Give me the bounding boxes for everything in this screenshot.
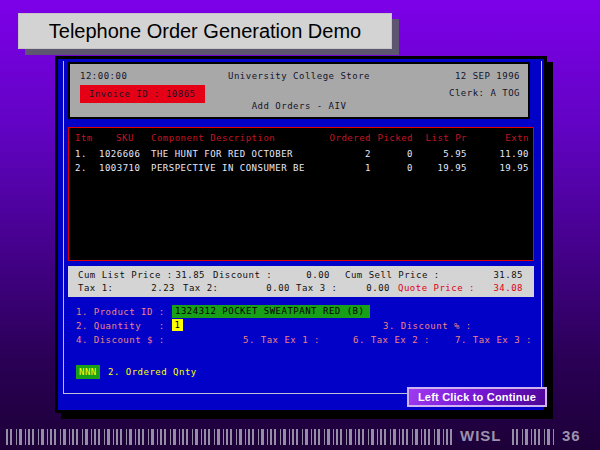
tax1-label: Tax 1: [78,282,114,294]
field-hint-text: 2. Ordered Qnty [108,366,197,378]
col-header-sku: SKU [99,132,151,144]
order-items-table: Itm SKU Component Description Ordered Pi… [68,127,534,261]
cell-sku: 1003710 [99,162,151,174]
clerk-label: Clerk: A TOG [449,87,520,99]
cell-description: THE HUNT FOR RED OCTOBER [151,148,327,160]
cell-description: PERSPECTIVE IN CONSUMER BE [151,162,327,174]
slide-title-bar: Telephone Order Generation Demo [18,13,392,49]
cell-extn: 19.95 [467,162,529,174]
slide: Telephone Order Generation Demo 12:00:00… [0,0,600,450]
quantity-field[interactable]: 1 [172,319,183,331]
cell-picked: 0 [371,148,413,160]
table-header-row: Itm SKU Component Description Ordered Pi… [69,132,533,144]
product-id-field[interactable]: 1324312 POCKET SWEATPANT RED (B) [172,305,370,318]
cell-sku: 1026606 [99,148,151,160]
col-header-picked: Picked [371,132,413,144]
totals-band: Cum List Price : 31.85 Discount : 0.00 C… [68,266,534,297]
col-header-itm: Itm [75,132,99,144]
discount-amount-label: 4. Discount $ : [76,334,165,346]
cell-list-pr: 19.95 [413,162,467,174]
barcode-decoration [6,429,454,445]
quote-price-value: 34.08 [461,282,523,294]
tax2-label: Tax 2: [183,282,219,294]
cell-ordered: 1 [327,162,371,174]
tax3-value: 0.00 [328,282,390,294]
tax1-value: 2.23 [113,282,175,294]
cell-itm: 2. [75,162,99,174]
cell-extn: 11.90 [467,148,529,160]
cell-itm: 1. [75,148,99,160]
terminal-screen: 12:00:00 University College Store 12 SEP… [55,56,547,413]
continue-button[interactable]: Left Click to Continue [407,387,547,407]
cum-sell-price-label: Cum Sell Price : [345,269,440,281]
col-header-ordered: Ordered [327,132,371,144]
cum-sell-price-value: 31.85 [461,269,523,281]
footer-brand: WISL [460,427,502,444]
continue-button-label: Left Click to Continue [418,391,536,403]
barcode-decoration [512,429,556,445]
product-id-label: 1. Product ID : [76,306,165,318]
discount-percent-label: 3. Discount % : [383,320,472,332]
cum-list-price-value: 31.85 [143,269,205,281]
slide-page-number: 36 [562,427,581,444]
cell-ordered: 2 [327,148,371,160]
date-label: 12 SEP 1996 [455,70,520,82]
col-header-description: Component Description [151,132,327,144]
quantity-label: 2. Quantity : [76,320,165,332]
table-row: 2. 1003710 PERSPECTIVE IN CONSUMER BE 1 … [69,162,533,174]
col-header-list-pr: List Pr [413,132,467,144]
slide-title: Telephone Order Generation Demo [49,20,361,43]
cell-picked: 0 [371,162,413,174]
table-row: 1. 1026606 THE HUNT FOR RED OCTOBER 2 0 … [69,148,533,160]
terminal-status-header: 12:00:00 University College Store 12 SEP… [68,62,530,119]
tax-ex2-label: 6. Tax Ex 2 : [353,334,430,346]
cell-list-pr: 5.95 [413,148,467,160]
col-header-extn: Extn [467,132,529,144]
tax-ex3-label: 7. Tax Ex 3 : [455,334,532,346]
discount-label: Discount : [213,269,272,281]
discount-value: 0.00 [268,269,330,281]
tax-ex1-label: 5. Tax Ex 1 : [243,334,320,346]
field-format-badge: NNN [76,365,100,379]
screen-mode-label: Add Orders - AIV [70,100,528,112]
tax2-value: 0.00 [228,282,290,294]
